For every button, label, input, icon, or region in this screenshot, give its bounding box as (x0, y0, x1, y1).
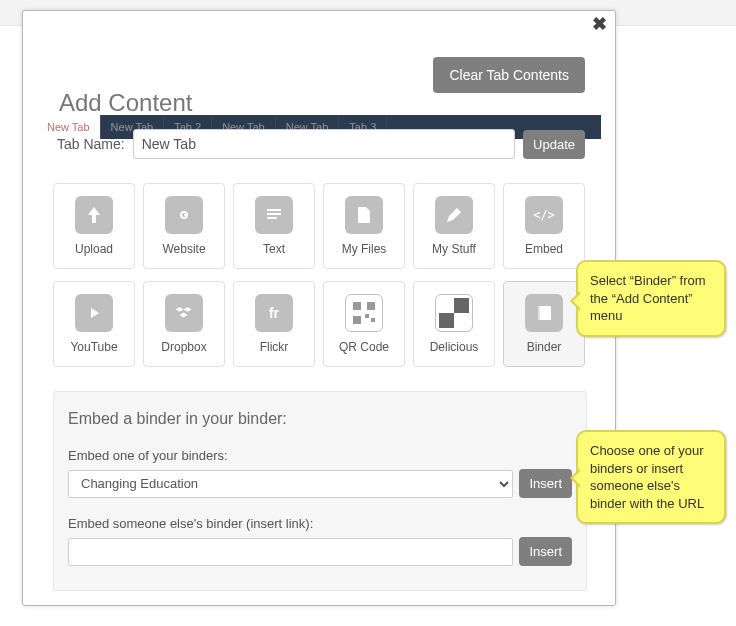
other-binder-input[interactable] (68, 538, 513, 566)
tile-label: Upload (75, 242, 113, 256)
tab-name-label: Tab Name: (57, 136, 125, 152)
tile-qrcode[interactable]: QR Code (323, 281, 405, 367)
tab-name-input[interactable] (133, 129, 515, 159)
tile-label: Delicious (430, 340, 479, 354)
embed-binder-panel: Embed a binder in your binder: Embed one… (53, 391, 587, 591)
svg-rect-8 (439, 298, 454, 313)
svg-rect-13 (538, 306, 540, 320)
tile-label: Flickr (260, 340, 289, 354)
file-icon (345, 196, 383, 234)
tile-flickr[interactable]: fr Flickr (233, 281, 315, 367)
modal-title: Add Content (59, 89, 192, 117)
tile-mystuff[interactable]: My Stuff (413, 183, 495, 269)
flickr-icon: fr (255, 294, 293, 332)
svg-rect-11 (454, 313, 469, 328)
tile-myfiles[interactable]: My Files (323, 183, 405, 269)
binder-icon (525, 294, 563, 332)
tile-text[interactable]: Text (233, 183, 315, 269)
svg-rect-7 (371, 318, 375, 322)
tile-upload[interactable]: Upload (53, 183, 135, 269)
youtube-icon (75, 294, 113, 332)
text-icon (255, 196, 293, 234)
tile-website[interactable]: Website (143, 183, 225, 269)
callout-choose-binder: Choose one of your binders or insert som… (576, 430, 726, 524)
content-type-grid: Upload Website Text My Files My Stuff </… (53, 183, 587, 379)
own-binder-select[interactable]: Changing Education (68, 470, 513, 498)
upload-icon (75, 196, 113, 234)
pen-icon (435, 196, 473, 234)
tile-embed[interactable]: </> Embed (503, 183, 585, 269)
tile-label: Text (263, 242, 285, 256)
dropbox-icon (165, 294, 203, 332)
svg-rect-10 (439, 313, 454, 328)
other-binder-label: Embed someone else's binder (insert link… (68, 516, 572, 531)
add-content-modal: ✖ Clear Tab Contents Add Content New Tab… (22, 10, 616, 606)
tile-label: Website (162, 242, 205, 256)
tile-label: QR Code (339, 340, 389, 354)
embed-icon: </> (525, 196, 563, 234)
delicious-icon (435, 294, 473, 332)
qrcode-icon (345, 294, 383, 332)
clear-tab-contents-button[interactable]: Clear Tab Contents (433, 57, 585, 93)
tile-delicious[interactable]: Delicious (413, 281, 495, 367)
own-binder-label: Embed one of your binders: (68, 448, 572, 463)
svg-rect-12 (539, 306, 551, 320)
tile-label: YouTube (70, 340, 117, 354)
link-icon (165, 196, 203, 234)
panel-heading: Embed a binder in your binder: (68, 410, 572, 428)
svg-rect-6 (365, 314, 369, 318)
svg-rect-0 (267, 209, 281, 211)
tile-dropbox[interactable]: Dropbox (143, 281, 225, 367)
tile-label: Embed (525, 242, 563, 256)
tile-label: My Stuff (432, 242, 476, 256)
tile-label: Binder (527, 340, 562, 354)
update-button[interactable]: Update (523, 130, 585, 159)
insert-other-button[interactable]: Insert (519, 537, 572, 566)
svg-rect-3 (353, 302, 361, 310)
tile-label: My Files (342, 242, 387, 256)
svg-rect-1 (267, 213, 281, 215)
tile-label: Dropbox (161, 340, 206, 354)
close-icon[interactable]: ✖ (592, 15, 607, 33)
svg-rect-5 (353, 316, 361, 324)
tile-youtube[interactable]: YouTube (53, 281, 135, 367)
svg-rect-2 (267, 217, 277, 219)
tab-name-row: Tab Name: Update (57, 129, 585, 159)
svg-rect-9 (454, 298, 469, 313)
callout-select-binder: Select “Binder” from the “Add Content” m… (576, 260, 726, 337)
svg-rect-4 (367, 302, 375, 310)
